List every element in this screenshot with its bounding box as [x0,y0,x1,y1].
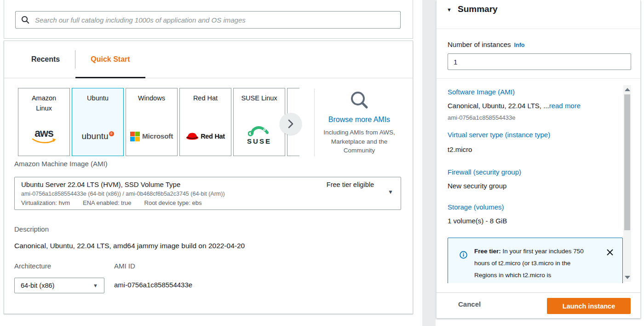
os-card-windows[interactable]: Windows Microsoft [126,88,178,156]
search-icon [21,16,29,24]
ami-tabs: Recents Quick Start [4,41,413,78]
browse-more-note: Including AMIs from AWS, Marketplace and… [320,128,399,155]
ami-root-device: Root device type: ebs [144,199,202,206]
ami-selection-column: Recents Quick Start Amazon Linux aws Ubu… [4,0,413,39]
tab-recents[interactable]: Recents [16,41,75,78]
software-image-ami-id: ami-0756a1c858554433e [448,114,515,121]
software-image-link[interactable]: Software Image (AMI) [448,88,515,96]
cancel-button[interactable]: Cancel [458,300,481,308]
divider [437,29,640,29]
server-type-value: t2.micro [448,146,472,153]
instances-input[interactable] [448,53,631,70]
ami-ena: ENA enabled: true [83,199,132,206]
instances-label-row: Number of instances Info [448,41,525,48]
catalog-search-box[interactable] [15,11,401,29]
quick-start-card: Recents Quick Start Amazon Linux aws Ubu… [4,41,413,314]
summary-header: ▼ Summary [437,0,640,29]
catalog-search-input[interactable] [34,16,395,24]
ami-section-label: Amazon Machine Image (AMI) [14,160,108,168]
architecture-select[interactable]: 64-bit (x86) ▼ [14,278,104,293]
free-tier-badge: Free tier eligible [327,181,374,188]
carousel-divider [314,89,315,156]
free-tier-info-box: Free tier: In your first year includes 7… [448,238,623,283]
browse-more-section: Browse more AMIs Including AMIs from AWS… [318,90,401,155]
os-card-suse-linux[interactable]: SUSE Linux SUSE [233,88,285,156]
info-link[interactable]: Info [514,42,525,48]
description-label: Description [14,225,49,233]
ami-title: Ubuntu Server 22.04 LTS (HVM), SSD Volum… [21,180,180,188]
os-cards-strip: Amazon Linux aws Ubuntu ubuntu® [18,88,299,156]
scrollbar-thumb[interactable] [624,94,630,230]
summary-panel: ▼ Summary Number of instances Info Softw… [436,0,641,318]
instances-label: Number of instances [448,41,511,48]
chevron-right-icon [288,119,294,129]
description-text: Canonical, Ubuntu, 22.04 LTS, amd64 jamm… [14,242,245,250]
architecture-label: Architecture [14,262,51,270]
summary-footer: Cancel Launch instance [437,292,640,318]
red-hat-logo-icon: Red Hat [186,132,225,141]
chevron-down-icon: ▼ [388,189,393,195]
launch-instance-button[interactable]: Launch instance [547,298,631,314]
firewall-link[interactable]: Firewall (security group) [448,168,521,176]
architecture-value: 64-bit (x86) [21,282,54,289]
search-large-icon [349,105,370,112]
os-card-label: Ubuntu [72,93,123,104]
aws-logo-icon: aws [31,128,57,145]
close-icon[interactable] [606,248,614,256]
os-card-amazon-linux[interactable]: Amazon Linux aws [18,88,70,156]
os-card-label: Red Hat [180,93,231,104]
carousel-next-button[interactable] [280,113,302,135]
os-card-label: Windows [126,93,177,104]
storage-link[interactable]: Storage (volumes) [448,203,504,211]
os-card-red-hat[interactable]: Red Hat Red Hat [179,88,231,156]
ami-meta-line: Virtualization: hvmENA enabled: trueRoot… [21,199,215,206]
summary-scrollbar[interactable] [623,85,631,282]
scroll-down-arrow-icon[interactable] [625,276,630,279]
firewall-value: New security group [448,182,506,190]
server-type-link[interactable]: Virtual server type (instance type) [448,131,550,139]
storage-value: 1 volume(s) - 8 GiB [448,217,507,225]
os-card-label: SUSE Linux [234,93,285,104]
suse-logo-icon: SUSE [247,124,271,145]
os-card-ubuntu[interactable]: Ubuntu ubuntu® [72,88,124,156]
os-card-label: Amazon Linux [18,93,69,114]
ami-ids-line: ami-0756a1c858554433e (64-bit (x86)) / a… [21,191,225,197]
ami-id-value: ami-0756a1c858554433e [114,281,192,289]
scroll-up-arrow-icon[interactable] [625,88,630,91]
ubuntu-logo-icon: ubuntu® [81,131,114,141]
microsoft-logo-icon: Microsoft [130,132,173,141]
tab-quick-start[interactable]: Quick Start [75,41,145,78]
search-card [4,0,413,39]
info-icon [460,251,467,261]
ami-select-dropdown[interactable]: Ubuntu Server 22.04 LTS (HVM), SSD Volum… [14,177,401,210]
software-image-value: Canonical, Ubuntu, 22.04 LTS, ...read mo… [448,102,581,110]
ami-id-label: AMI ID [114,262,135,270]
panel-gap [422,0,436,326]
os-carousel: Amazon Linux aws Ubuntu ubuntu® [4,88,413,156]
ami-virtualization: Virtualization: hvm [21,199,70,206]
read-more-link[interactable]: read more [549,102,581,110]
chevron-down-icon: ▼ [93,283,98,288]
free-tier-text: Free tier: In your first year includes 7… [474,245,595,281]
summary-title: Summary [458,4,498,14]
browse-more-amis-link[interactable]: Browse more AMIs [318,116,401,124]
summary-scroll-area: Software Image (AMI) Canonical, Ubuntu, … [437,79,640,283]
collapse-triangle-icon[interactable]: ▼ [447,7,452,12]
